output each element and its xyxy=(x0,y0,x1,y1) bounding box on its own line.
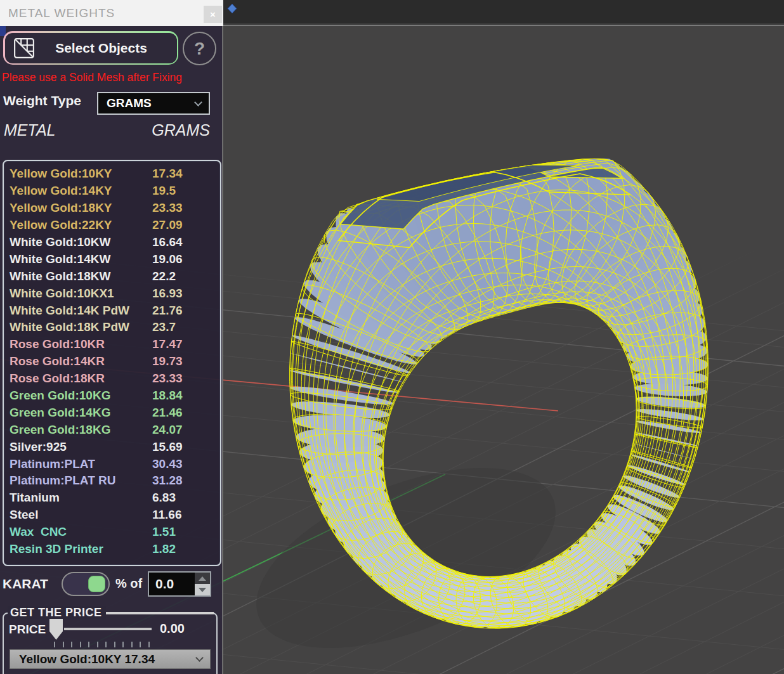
spin-down-button[interactable] xyxy=(195,584,210,595)
viewport-top-strip xyxy=(222,0,784,23)
legend-rule xyxy=(106,612,214,614)
metal-value: 19.5 xyxy=(152,184,176,198)
karat-percent-input[interactable] xyxy=(149,573,195,595)
panel-title: METAL WEIGHTS xyxy=(0,6,115,20)
metal-row[interactable]: Silver:92515.69 xyxy=(10,438,220,455)
slider-ticks xyxy=(54,642,155,647)
metal-value: 1.51 xyxy=(152,525,176,539)
metal-name: Green Gold:10KG xyxy=(10,389,152,403)
metal-value: 16.64 xyxy=(152,235,183,249)
metal-name: Wax CNC xyxy=(10,525,152,539)
metal-row[interactable]: Rose Gold:14KR19.73 xyxy=(10,353,220,370)
metal-row[interactable]: White Gold:18K PdW23.7 xyxy=(10,319,220,336)
metal-row[interactable]: Platinum:PLAT RU31.28 xyxy=(10,472,220,489)
mesh-grid-icon xyxy=(13,37,35,59)
tick-mark xyxy=(148,642,150,647)
metal-row[interactable]: White Gold:10KW16.64 xyxy=(10,234,220,251)
price-slider-track[interactable] xyxy=(64,628,152,630)
metal-row[interactable]: Titanium6.83 xyxy=(10,489,220,507)
metal-weights-panel: METAL WEIGHTS × Select Objects ? Please … xyxy=(0,0,223,674)
metal-name: Green Gold:14KG xyxy=(10,406,152,420)
table-header: METAL GRAMS xyxy=(4,121,210,139)
metal-value: 15.69 xyxy=(152,440,183,454)
metal-row[interactable]: Yellow Gold:22KY27.09 xyxy=(10,217,220,234)
strip-shade xyxy=(222,23,784,25)
price-slider-thumb[interactable] xyxy=(49,619,63,640)
metal-row[interactable]: Green Gold:10KG18.84 xyxy=(10,387,220,405)
metal-row[interactable]: Resin 3D Printer1.82 xyxy=(10,541,220,558)
tick-mark xyxy=(122,642,124,647)
karat-row: KARAT % of xyxy=(3,571,221,597)
solid-mesh-warning: Please use a Solid Mesh after Fixing xyxy=(2,71,223,84)
metal-value: 17.34 xyxy=(152,167,183,181)
metal-row[interactable]: Yellow Gold:14KY19.5 xyxy=(10,183,220,200)
metal-value: 17.47 xyxy=(152,337,183,351)
select-objects-label: Select Objects xyxy=(35,41,177,56)
metal-name: Platinum:PLAT xyxy=(10,457,152,471)
select-objects-button[interactable]: Select Objects xyxy=(3,31,178,65)
tick-mark xyxy=(114,642,115,647)
metal-value: 18.84 xyxy=(152,389,183,403)
metal-name: White Gold:18KW xyxy=(10,269,152,283)
tick-mark xyxy=(131,642,133,647)
metal-name: Rose Gold:10KR xyxy=(10,337,152,351)
metal-value: 21.46 xyxy=(152,406,183,420)
metal-row[interactable]: Rose Gold:18KR23.33 xyxy=(10,370,220,387)
price-value: 0.00 xyxy=(160,621,185,636)
group-legend: GET THE PRICE xyxy=(8,606,214,619)
metal-row[interactable]: Yellow Gold:10KY17.34 xyxy=(10,165,220,183)
help-button[interactable]: ? xyxy=(183,32,216,65)
metal-value: 30.43 xyxy=(152,457,183,471)
karat-percent-spinner xyxy=(148,571,211,597)
metal-row[interactable]: White Gold:14KW19.06 xyxy=(10,250,220,268)
metal-value: 23.33 xyxy=(152,201,183,215)
tick-mark xyxy=(63,642,64,647)
metal-name: Yellow Gold:10KY xyxy=(10,167,152,181)
metal-row[interactable]: White Gold:14K PdW21.76 xyxy=(10,302,220,319)
metal-row[interactable]: Platinum:PLAT30.43 xyxy=(10,455,220,472)
metal-row[interactable]: Green Gold:14KG21.46 xyxy=(10,404,220,421)
metal-value: 6.83 xyxy=(152,491,176,505)
metal-row[interactable]: White Gold:18KW22.2 xyxy=(10,268,220,285)
get-the-price-group: GET THE PRICE PRICE 0.00 Yellow Gold:10K… xyxy=(3,612,218,674)
metal-name: White Gold:10KW xyxy=(10,235,152,249)
metal-row[interactable]: White Gold:10KX116.93 xyxy=(10,285,220,302)
metal-name: White Gold:14K PdW xyxy=(10,304,152,318)
metal-name: Resin 3D Printer xyxy=(10,542,152,556)
karat-toggle-knob xyxy=(88,576,105,592)
karat-toggle[interactable] xyxy=(62,572,110,596)
header-grams: GRAMS xyxy=(152,121,210,139)
arrow-up-icon xyxy=(199,576,206,581)
metal-value: 27.09 xyxy=(152,218,183,232)
price-label: PRICE xyxy=(9,623,46,637)
karat-label: KARAT xyxy=(3,576,48,592)
metal-value: 19.73 xyxy=(152,354,183,368)
header-metal: METAL xyxy=(4,121,56,139)
panel-titlebar[interactable]: METAL WEIGHTS × xyxy=(0,0,223,26)
price-metal-select[interactable]: Yellow Gold:10KY 17.34 xyxy=(10,649,211,669)
metal-value: 23.7 xyxy=(152,320,176,334)
metal-row[interactable]: Rose Gold:10KR17.47 xyxy=(10,336,220,353)
tick-mark xyxy=(140,642,141,647)
metal-name: Titanium xyxy=(10,491,152,505)
metal-name: White Gold:14KW xyxy=(10,252,152,266)
chevron-down-icon xyxy=(194,98,202,107)
metal-name: Silver:925 xyxy=(10,440,152,454)
metal-row[interactable]: Steel11.66 xyxy=(10,507,220,524)
chevron-down-icon xyxy=(195,654,204,662)
metal-row[interactable]: Green Gold:18KG24.07 xyxy=(10,421,220,438)
metal-name: White Gold:10KX1 xyxy=(10,287,152,301)
metal-value: 19.06 xyxy=(152,252,183,266)
metal-row[interactable]: Yellow Gold:18KY23.33 xyxy=(10,200,220,217)
weight-type-select[interactable]: GRAMS xyxy=(97,92,210,115)
metal-weights-list[interactable]: Yellow Gold:10KY17.34Yellow Gold:14KY19.… xyxy=(3,160,221,566)
metal-row[interactable]: Wax CNC1.51 xyxy=(10,524,220,541)
metal-name: Steel xyxy=(10,508,152,522)
spin-up-button[interactable] xyxy=(195,573,210,584)
metal-name: Yellow Gold:14KY xyxy=(10,184,152,198)
close-icon[interactable]: × xyxy=(204,6,222,23)
metal-name: White Gold:18K PdW xyxy=(10,320,152,334)
metal-value: 22.2 xyxy=(152,269,176,283)
weight-type-label: Weight Type xyxy=(3,93,81,108)
percent-of-label: % of xyxy=(115,576,142,591)
